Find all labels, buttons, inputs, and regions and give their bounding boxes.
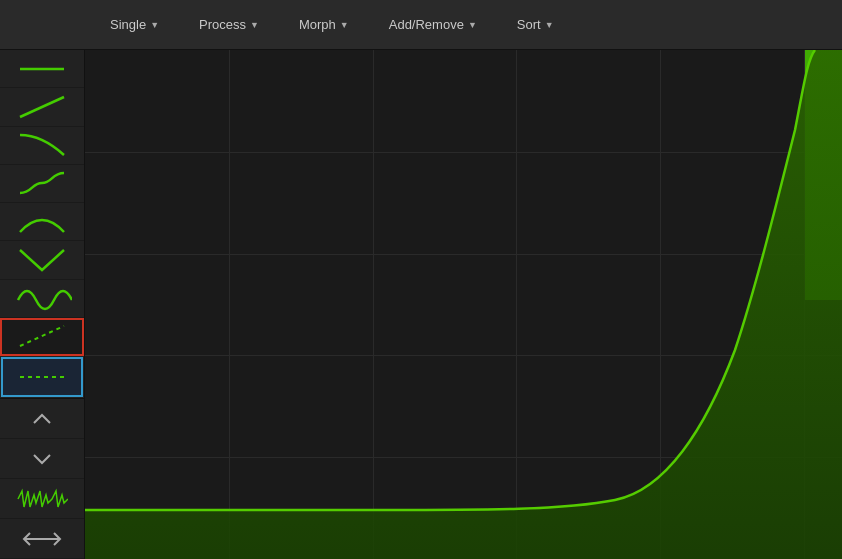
svg-line-1: [20, 97, 64, 117]
addremove-button[interactable]: Add/Remove ▼: [369, 11, 497, 38]
sidebar-item-diagonal[interactable]: [0, 88, 84, 126]
arch-icon: [12, 204, 72, 240]
morph-label: Morph: [299, 17, 336, 32]
sidebar-item-dotted-rise[interactable]: [0, 318, 84, 356]
resize-icon: [22, 527, 62, 551]
line-icon: [12, 51, 72, 87]
waveform-icon: [16, 487, 68, 511]
sidebar-item-v-shape[interactable]: [0, 241, 84, 279]
top-bar: Single ▼ Process ▼ Morph ▼ Add/Remove ▼ …: [0, 0, 842, 50]
chart-area: [85, 50, 842, 559]
single-button[interactable]: Single ▼: [90, 11, 179, 38]
bottom-controls: [0, 398, 84, 559]
s-curve-icon: [12, 165, 72, 201]
sort-label: Sort: [517, 17, 541, 32]
resize-button[interactable]: [0, 519, 84, 559]
sidebar-item-curve-down[interactable]: [0, 127, 84, 165]
waveform-button[interactable]: [0, 479, 84, 519]
sort-arrow: ▼: [545, 20, 554, 30]
chart-svg: [85, 50, 842, 559]
morph-button[interactable]: Morph ▼: [279, 11, 369, 38]
wave-icon: [12, 280, 72, 316]
sidebar-item-dotted-flat[interactable]: [1, 357, 83, 397]
process-arrow: ▼: [250, 20, 259, 30]
process-button[interactable]: Process ▼: [179, 11, 279, 38]
process-label: Process: [199, 17, 246, 32]
up-arrow-icon: [30, 409, 54, 429]
morph-arrow: ▼: [340, 20, 349, 30]
addremove-arrow: ▼: [468, 20, 477, 30]
single-arrow: ▼: [150, 20, 159, 30]
svg-line-2: [20, 326, 64, 346]
single-label: Single: [110, 17, 146, 32]
sidebar: [0, 50, 85, 559]
sidebar-item-wave[interactable]: [0, 280, 84, 318]
sidebar-item-s-curve[interactable]: [0, 165, 84, 203]
sidebar-item-arch[interactable]: [0, 203, 84, 241]
sidebar-item-line[interactable]: [0, 50, 84, 88]
dotted-flat-icon: [12, 359, 72, 395]
v-shape-icon: [12, 242, 72, 278]
main-area: [0, 50, 842, 559]
addremove-label: Add/Remove: [389, 17, 464, 32]
down-arrow-button[interactable]: [0, 439, 84, 479]
down-arrow-icon: [30, 449, 54, 469]
dotted-rise-icon: [12, 318, 72, 354]
up-arrow-button[interactable]: [0, 399, 84, 439]
diagonal-icon: [12, 89, 72, 125]
sort-button[interactable]: Sort ▼: [497, 11, 574, 38]
curve-down-icon: [12, 127, 72, 163]
